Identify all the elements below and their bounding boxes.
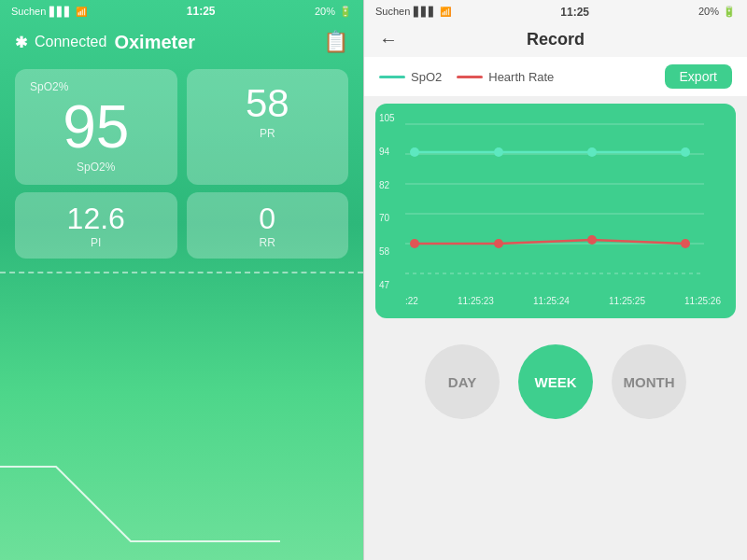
time-left: 11:25 [187, 5, 216, 18]
wifi-icon: 📶 [76, 7, 87, 17]
y-label-58: 58 [379, 246, 395, 257]
battery-left: 20% [315, 6, 335, 17]
pr-card: 58 PR [187, 69, 349, 185]
connected-label: Connected [35, 34, 106, 50]
svg-line-13 [592, 240, 639, 242]
svg-point-7 [410, 147, 419, 157]
pi-card: 12.6 PI [15, 192, 177, 259]
y-label-70: 70 [379, 213, 395, 223]
svg-point-16 [494, 239, 503, 248]
metrics-grid: SpO2% 95 SpO2% 58 PR [0, 62, 363, 192]
back-button[interactable]: ← [379, 29, 398, 50]
spo2-value: 95 [63, 97, 129, 157]
chart-x-labels: :22 11:25:23 11:25:24 11:25:25 11:25:26 [405, 292, 728, 306]
legend-bar: SpO2 Hearth Rate Export [364, 57, 747, 96]
x-label-4: 11:25:26 [684, 296, 721, 306]
y-label-94: 94 [379, 147, 395, 157]
spo2-legend-line [379, 76, 405, 78]
signal-icon: ▋▋▋ [49, 7, 72, 17]
waveform-area [0, 392, 363, 560]
header-right: ← Record [364, 22, 747, 57]
chart-y-labels: 105 94 82 70 58 47 [379, 113, 395, 290]
month-button[interactable]: MONTH [612, 344, 686, 419]
x-label-2: 11:25:24 [533, 296, 570, 306]
pr-label: PR [260, 127, 275, 140]
connection-info: ✱ Connected Oximeter [15, 32, 195, 53]
heart-rate-legend-line [457, 76, 483, 78]
rr-value: 0 [259, 202, 275, 236]
clipboard-icon[interactable]: 📋 [323, 30, 348, 54]
oximeter-title: Oximeter [114, 32, 195, 53]
pi-label: PI [91, 236, 101, 249]
x-label-1: 11:25:23 [458, 296, 494, 306]
time-right: 11:25 [560, 6, 589, 19]
battery-icon-right: 🔋 [723, 6, 736, 18]
app-name-left: Suchen [11, 6, 46, 17]
export-button[interactable]: Export [665, 64, 732, 89]
spo2-legend-label: SpO2 [411, 70, 442, 84]
status-bar-left: Suchen ▋▋▋ 📶 11:25 20% 🔋 [0, 0, 363, 22]
spo2-legend: SpO2 [379, 70, 442, 84]
y-label-105: 105 [379, 113, 395, 123]
svg-line-12 [499, 240, 592, 244]
chart-container: 105 94 82 70 58 47 [375, 104, 736, 318]
y-label-47: 47 [379, 280, 395, 290]
svg-point-18 [681, 239, 690, 248]
svg-point-8 [494, 147, 503, 157]
day-button[interactable]: DAY [425, 344, 500, 419]
y-label-82: 82 [379, 180, 395, 190]
x-label-3: 11:25:25 [609, 296, 645, 306]
record-title: Record [527, 30, 585, 49]
svg-point-10 [681, 147, 690, 157]
svg-point-15 [410, 239, 419, 248]
pr-value: 58 [246, 84, 289, 123]
wifi-icon-right: 📶 [440, 7, 451, 17]
chart-svg [405, 115, 713, 292]
signal-icon-right: ▋▋▋ [414, 7, 436, 17]
period-buttons: DAY WEEK MONTH [364, 326, 747, 438]
pi-value: 12.6 [67, 202, 125, 236]
spo2-card: SpO2% 95 SpO2% [15, 69, 177, 185]
left-phone: Suchen ▋▋▋ 📶 11:25 20% 🔋 ✱ Connected Oxi… [0, 0, 364, 560]
svg-point-9 [587, 147, 597, 157]
dotted-divider [0, 272, 363, 273]
header-left: ✱ Connected Oximeter 📋 [0, 22, 363, 62]
heart-rate-legend: Hearth Rate [457, 70, 554, 84]
bluetooth-icon: ✱ [15, 34, 27, 51]
heart-rate-legend-label: Hearth Rate [488, 70, 554, 84]
app-name-right: Suchen [375, 6, 410, 17]
rr-label: RR [260, 236, 275, 249]
battery-right: 20% [698, 6, 719, 17]
spo2-label-bottom: SpO2% [77, 161, 115, 174]
x-label-0: :22 [405, 296, 418, 306]
right-phone: Suchen ▋▋▋ 📶 11:25 20% 🔋 ← Record SpO2 H… [364, 0, 747, 560]
svg-point-17 [587, 235, 597, 245]
metrics-row2: 12.6 PI 0 RR [0, 192, 363, 259]
spo2-label-top: SpO2% [30, 80, 68, 93]
rr-card: 0 RR [187, 192, 349, 259]
waveform-svg [0, 392, 364, 560]
week-button[interactable]: WEEK [518, 344, 593, 419]
battery-icon-left: 🔋 [339, 6, 352, 18]
status-bar-right: Suchen ▋▋▋ 📶 11:25 20% 🔋 [364, 0, 747, 22]
